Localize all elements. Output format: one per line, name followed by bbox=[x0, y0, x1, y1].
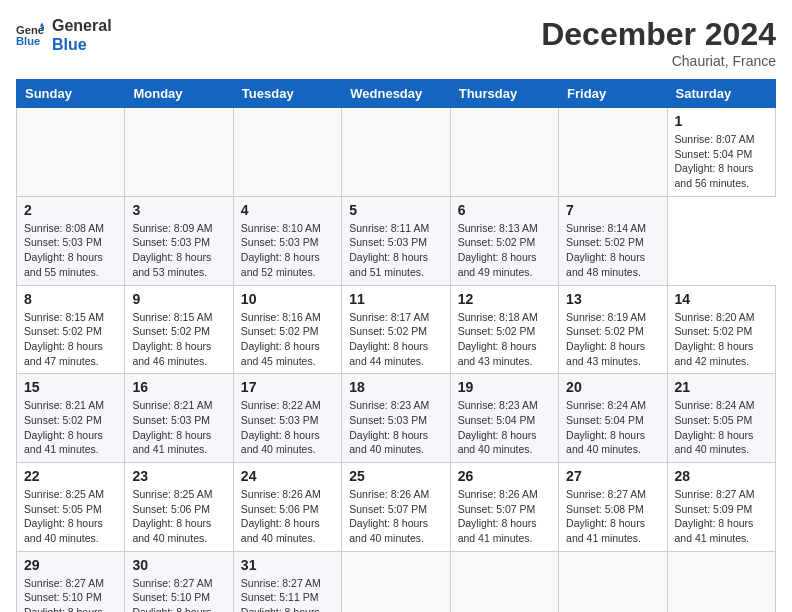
day-cell-18: 18Sunrise: 8:23 AMSunset: 5:03 PMDayligh… bbox=[342, 374, 450, 463]
day-cell-8: 8Sunrise: 8:15 AMSunset: 5:02 PMDaylight… bbox=[17, 285, 125, 374]
week-row-3: 15Sunrise: 8:21 AMSunset: 5:02 PMDayligh… bbox=[17, 374, 776, 463]
logo-text-line1: General bbox=[52, 16, 112, 35]
logo-icon: General Blue bbox=[16, 21, 44, 49]
day-cell-4: 4Sunrise: 8:10 AMSunset: 5:03 PMDaylight… bbox=[233, 196, 341, 285]
week-row-1: 2Sunrise: 8:08 AMSunset: 5:03 PMDaylight… bbox=[17, 196, 776, 285]
logo: General Blue General Blue bbox=[16, 16, 112, 54]
empty-cell bbox=[17, 108, 125, 197]
day-cell-21: 21Sunrise: 8:24 AMSunset: 5:05 PMDayligh… bbox=[667, 374, 775, 463]
day-header-friday: Friday bbox=[559, 80, 667, 108]
day-cell-6: 6Sunrise: 8:13 AMSunset: 5:02 PMDaylight… bbox=[450, 196, 558, 285]
day-cell-22: 22Sunrise: 8:25 AMSunset: 5:05 PMDayligh… bbox=[17, 463, 125, 552]
days-header-row: SundayMondayTuesdayWednesdayThursdayFrid… bbox=[17, 80, 776, 108]
empty-cell bbox=[450, 108, 558, 197]
empty-cell bbox=[559, 551, 667, 612]
day-cell-5: 5Sunrise: 8:11 AMSunset: 5:03 PMDaylight… bbox=[342, 196, 450, 285]
day-cell-28: 28Sunrise: 8:27 AMSunset: 5:09 PMDayligh… bbox=[667, 463, 775, 552]
day-cell-29: 29Sunrise: 8:27 AMSunset: 5:10 PMDayligh… bbox=[17, 551, 125, 612]
day-cell-11: 11Sunrise: 8:17 AMSunset: 5:02 PMDayligh… bbox=[342, 285, 450, 374]
day-header-thursday: Thursday bbox=[450, 80, 558, 108]
day-header-sunday: Sunday bbox=[17, 80, 125, 108]
day-header-monday: Monday bbox=[125, 80, 233, 108]
svg-text:Blue: Blue bbox=[16, 35, 40, 47]
empty-cell bbox=[667, 551, 775, 612]
week-row-2: 8Sunrise: 8:15 AMSunset: 5:02 PMDaylight… bbox=[17, 285, 776, 374]
day-cell-30: 30Sunrise: 8:27 AMSunset: 5:10 PMDayligh… bbox=[125, 551, 233, 612]
day-cell-23: 23Sunrise: 8:25 AMSunset: 5:06 PMDayligh… bbox=[125, 463, 233, 552]
day-header-saturday: Saturday bbox=[667, 80, 775, 108]
location: Chauriat, France bbox=[541, 53, 776, 69]
day-cell-12: 12Sunrise: 8:18 AMSunset: 5:02 PMDayligh… bbox=[450, 285, 558, 374]
empty-cell bbox=[125, 108, 233, 197]
day-cell-2: 2Sunrise: 8:08 AMSunset: 5:03 PMDaylight… bbox=[17, 196, 125, 285]
day-cell-15: 15Sunrise: 8:21 AMSunset: 5:02 PMDayligh… bbox=[17, 374, 125, 463]
day-cell-13: 13Sunrise: 8:19 AMSunset: 5:02 PMDayligh… bbox=[559, 285, 667, 374]
empty-cell bbox=[342, 108, 450, 197]
svg-text:General: General bbox=[16, 24, 44, 36]
calendar-table: SundayMondayTuesdayWednesdayThursdayFrid… bbox=[16, 79, 776, 612]
month-year: December 2024 bbox=[541, 16, 776, 53]
empty-cell bbox=[450, 551, 558, 612]
day-cell-7: 7Sunrise: 8:14 AMSunset: 5:02 PMDaylight… bbox=[559, 196, 667, 285]
day-cell-26: 26Sunrise: 8:26 AMSunset: 5:07 PMDayligh… bbox=[450, 463, 558, 552]
day-cell-3: 3Sunrise: 8:09 AMSunset: 5:03 PMDaylight… bbox=[125, 196, 233, 285]
week-row-4: 22Sunrise: 8:25 AMSunset: 5:05 PMDayligh… bbox=[17, 463, 776, 552]
day-cell-16: 16Sunrise: 8:21 AMSunset: 5:03 PMDayligh… bbox=[125, 374, 233, 463]
day-cell-20: 20Sunrise: 8:24 AMSunset: 5:04 PMDayligh… bbox=[559, 374, 667, 463]
week-row-0: 1Sunrise: 8:07 AMSunset: 5:04 PMDaylight… bbox=[17, 108, 776, 197]
day-cell-17: 17Sunrise: 8:22 AMSunset: 5:03 PMDayligh… bbox=[233, 374, 341, 463]
week-row-5: 29Sunrise: 8:27 AMSunset: 5:10 PMDayligh… bbox=[17, 551, 776, 612]
day-cell-14: 14Sunrise: 8:20 AMSunset: 5:02 PMDayligh… bbox=[667, 285, 775, 374]
header: General Blue General Blue December 2024 … bbox=[16, 16, 776, 69]
day-cell-27: 27Sunrise: 8:27 AMSunset: 5:08 PMDayligh… bbox=[559, 463, 667, 552]
empty-cell bbox=[342, 551, 450, 612]
day-cell-25: 25Sunrise: 8:26 AMSunset: 5:07 PMDayligh… bbox=[342, 463, 450, 552]
day-header-wednesday: Wednesday bbox=[342, 80, 450, 108]
svg-marker-3 bbox=[41, 27, 44, 30]
day-cell-10: 10Sunrise: 8:16 AMSunset: 5:02 PMDayligh… bbox=[233, 285, 341, 374]
empty-cell bbox=[559, 108, 667, 197]
title-area: December 2024 Chauriat, France bbox=[541, 16, 776, 69]
day-cell-24: 24Sunrise: 8:26 AMSunset: 5:06 PMDayligh… bbox=[233, 463, 341, 552]
day-cell-31: 31Sunrise: 8:27 AMSunset: 5:11 PMDayligh… bbox=[233, 551, 341, 612]
empty-cell bbox=[233, 108, 341, 197]
day-cell-1: 1Sunrise: 8:07 AMSunset: 5:04 PMDaylight… bbox=[667, 108, 775, 197]
day-header-tuesday: Tuesday bbox=[233, 80, 341, 108]
day-cell-9: 9Sunrise: 8:15 AMSunset: 5:02 PMDaylight… bbox=[125, 285, 233, 374]
day-cell-19: 19Sunrise: 8:23 AMSunset: 5:04 PMDayligh… bbox=[450, 374, 558, 463]
logo-text-line2: Blue bbox=[52, 35, 112, 54]
